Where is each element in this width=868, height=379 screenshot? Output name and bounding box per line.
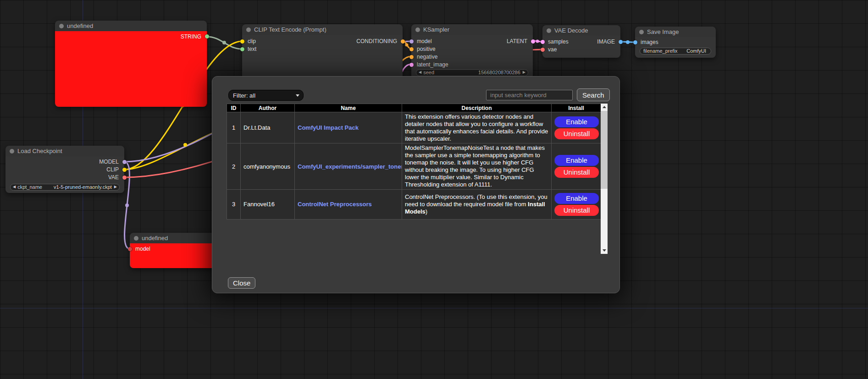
collapse-dot-icon[interactable] — [134, 236, 138, 241]
enable-button[interactable]: Enable — [554, 155, 599, 166]
ckpt-name-widget[interactable]: ◀ ckpt_name v1-5-pruned-emaonly.ckpt ▶ — [10, 184, 120, 191]
extensions-table-body: 1 Dr.Lt.Data ComfyUI Impact Pack This ex… — [227, 112, 601, 220]
samples-input-dot[interactable] — [541, 40, 545, 44]
scrollbar-thumb[interactable] — [601, 111, 608, 189]
extensions-table: ID Author Name Description Install 1 Dr.… — [227, 104, 601, 220]
node-header[interactable]: VAE Decode — [542, 25, 620, 36]
collapse-dot-icon[interactable] — [547, 28, 551, 33]
node-header[interactable]: KSampler — [411, 24, 533, 35]
model-input-dot[interactable] — [128, 247, 132, 251]
cell-id: 1 — [227, 112, 241, 143]
negative-input-dot[interactable] — [409, 55, 414, 59]
wire-midpoint-dot — [626, 40, 630, 44]
input-slot-vae: vae — [542, 46, 620, 54]
filter-select[interactable]: Filter: all — [228, 90, 304, 101]
custom-nodes-dialog: Filter: all Search ID Author Name Descri… — [212, 76, 620, 293]
decrement-arrow-icon[interactable]: ◀ — [419, 71, 421, 74]
node-body: samples vae IMAGE — [542, 36, 620, 58]
uninstall-button[interactable]: Uninstall — [554, 128, 599, 139]
decrement-arrow-icon[interactable]: ◀ — [13, 185, 16, 189]
clip-input-dot[interactable] — [240, 39, 244, 44]
collapse-dot-icon[interactable] — [10, 149, 14, 154]
header-author: Author — [241, 104, 295, 112]
node-title: undefined — [142, 235, 168, 242]
cell-author: comfyanonymous — [241, 143, 295, 189]
images-input-dot[interactable] — [633, 40, 637, 44]
node-vae-decode[interactable]: VAE Decode samples vae IMAGE — [542, 25, 620, 58]
node-undefined-top[interactable]: undefined STRING — [55, 21, 207, 107]
node-body: STRING — [55, 31, 207, 107]
model-output-dot[interactable] — [122, 160, 127, 164]
uninstall-button[interactable]: Uninstall — [554, 167, 599, 178]
latent-image-input-dot[interactable] — [409, 63, 414, 67]
node-title: Load Checkpoint — [17, 148, 62, 154]
output-slot-vae: VAE — [6, 174, 124, 181]
header-name: Name — [295, 104, 402, 112]
scroll-up-button[interactable] — [601, 104, 608, 110]
scroll-down-button[interactable] — [601, 247, 608, 254]
increment-arrow-icon[interactable]: ▶ — [523, 71, 525, 74]
node-title: CLIP Text Encode (Prompt) — [254, 26, 326, 33]
string-output-dot[interactable] — [205, 34, 209, 38]
enable-button[interactable]: Enable — [554, 116, 599, 127]
header-install: Install — [552, 104, 601, 112]
increment-arrow-icon[interactable]: ▶ — [114, 185, 117, 189]
latent-output-dot[interactable] — [531, 39, 535, 44]
collapse-dot-icon[interactable] — [59, 24, 64, 28]
collapse-dot-icon[interactable] — [639, 30, 644, 34]
model-input-dot[interactable] — [409, 39, 414, 44]
input-slot-images: images — [635, 38, 716, 46]
cell-author: Dr.Lt.Data — [241, 112, 295, 143]
collapse-dot-icon[interactable] — [415, 27, 420, 32]
extension-link[interactable]: ControlNet Preprocessors — [298, 201, 372, 208]
extension-link[interactable]: ComfyUI_experiments/sampler_tonemap — [298, 163, 402, 170]
filename-prefix-widget[interactable]: filename_prefix ComfyUI — [640, 48, 711, 55]
cell-description: ModelSamplerTonemapNoiseTest a node that… — [402, 143, 552, 189]
conditioning-output-dot[interactable] — [401, 39, 405, 44]
extension-link[interactable]: ComfyUI Impact Pack — [298, 124, 359, 131]
graph-canvas[interactable]: undefined STRING CLIP Text Encode (Promp… — [0, 0, 868, 379]
input-slot-latent-image: latent_image — [411, 61, 533, 69]
wire-midpoint-dot — [222, 41, 226, 44]
positive-input-dot[interactable] — [409, 47, 414, 51]
enable-button[interactable]: Enable — [554, 193, 599, 204]
cell-author: Fannovel16 — [241, 189, 295, 219]
node-title: undefined — [67, 22, 93, 29]
cell-install: Enable Uninstall — [552, 112, 601, 143]
table-header-row: ID Author Name Description Install — [227, 104, 601, 112]
text-input-dot[interactable] — [240, 47, 244, 51]
node-body: MODEL CLIP VAE ◀ ckpt_name v1-5-pruned-e… — [6, 156, 124, 193]
vae-input-dot[interactable] — [541, 48, 545, 52]
close-button[interactable]: Close — [228, 277, 255, 289]
node-header[interactable]: Save Image — [635, 27, 716, 37]
extension-row: 3 Fannovel16 ControlNet Preprocessors Co… — [227, 189, 601, 219]
clip-output-dot[interactable] — [122, 168, 127, 172]
triangle-up-icon — [603, 106, 606, 108]
cell-install: Enable Uninstall — [552, 143, 601, 189]
output-slot-model: MODEL — [6, 158, 124, 166]
extension-row: 2 comfyanonymous ComfyUI_experiments/sam… — [227, 143, 601, 189]
search-button[interactable]: Search — [577, 88, 610, 101]
filter-select-wrap: Filter: all — [228, 90, 304, 101]
node-header[interactable]: Load Checkpoint — [6, 146, 124, 156]
vae-output-dot[interactable] — [122, 176, 127, 180]
input-slot-negative: negative — [411, 53, 533, 61]
node-header[interactable]: CLIP Text Encode (Prompt) — [242, 24, 403, 35]
wire-midpoint-dot — [405, 44, 409, 47]
uninstall-button[interactable]: Uninstall — [554, 205, 599, 216]
extension-row: 1 Dr.Lt.Data ComfyUI Impact Pack This ex… — [227, 112, 601, 143]
image-output-dot[interactable] — [619, 40, 623, 44]
node-header[interactable]: undefined — [55, 21, 207, 31]
output-slot-conditioning: CONDITIONING — [356, 38, 403, 45]
node-title: KSampler — [423, 26, 449, 33]
collapse-dot-icon[interactable] — [246, 27, 251, 32]
node-body: images filename_prefix ComfyUI — [635, 37, 716, 58]
node-save-image[interactable]: Save Image images filename_prefix ComfyU… — [635, 27, 716, 58]
output-slot-latent: LATENT — [507, 38, 533, 45]
node-load-checkpoint[interactable]: Load Checkpoint MODEL CLIP VAE ◀ ckpt_na… — [6, 146, 124, 193]
wire-midpoint-dot — [125, 203, 129, 207]
scrollbar[interactable] — [601, 104, 608, 254]
seed-widget[interactable]: ◀ seed 156680208700286 ▶ — [416, 69, 528, 76]
search-input[interactable] — [486, 90, 573, 100]
cell-install: Enable Uninstall — [552, 189, 601, 219]
